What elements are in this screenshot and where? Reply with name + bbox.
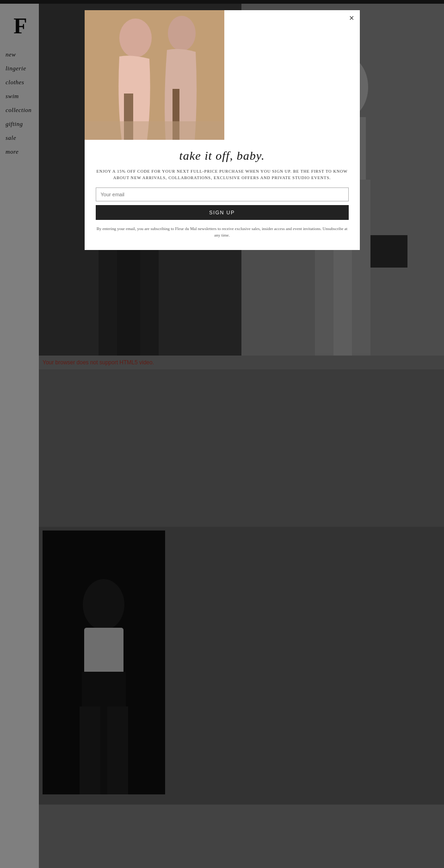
modal-fashion-bg xyxy=(85,10,224,140)
modal-top-section xyxy=(85,10,360,140)
modal-email-input[interactable] xyxy=(96,187,349,201)
svg-rect-26 xyxy=(85,121,224,140)
modal-subtext: ENJOY A 15% OFF CODE FOR YOUR NEXT FULL-… xyxy=(96,169,349,181)
modal-right-panel xyxy=(224,10,360,140)
modal-overlay: × xyxy=(0,0,444,868)
modal-body: take it off, baby. ENJOY A 15% OFF CODE … xyxy=(85,140,360,250)
modal-disclaimer: By entering your email, you are subscrib… xyxy=(96,225,349,239)
svg-rect-21 xyxy=(85,10,224,140)
modal-fashion-image xyxy=(85,10,224,140)
modal-headline: take it off, baby. xyxy=(96,149,349,163)
svg-point-22 xyxy=(119,19,152,57)
modal-signup-button[interactable]: SIGN UP xyxy=(96,205,349,220)
svg-point-23 xyxy=(168,16,196,51)
modal-close-button[interactable]: × xyxy=(349,14,354,22)
modal: × xyxy=(85,10,360,250)
